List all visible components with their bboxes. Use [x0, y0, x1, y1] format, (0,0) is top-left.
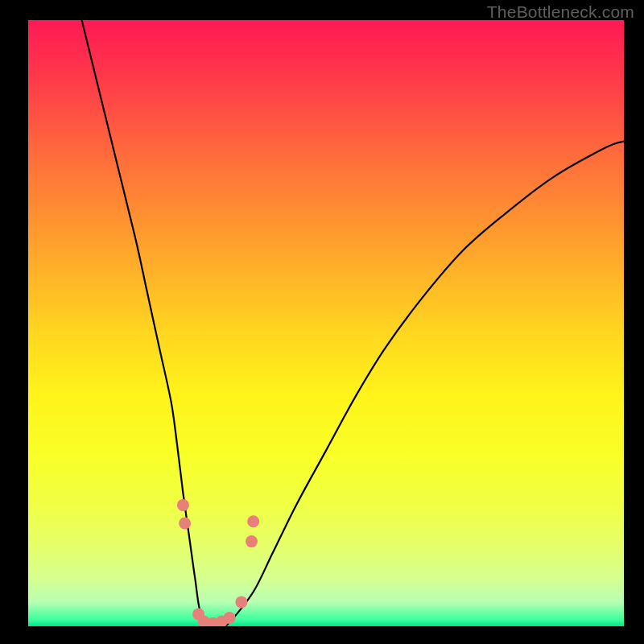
data-marker: [177, 499, 189, 511]
data-marker: [235, 596, 247, 608]
chart-frame: TheBottleneck.com: [0, 0, 644, 644]
watermark-text: TheBottleneck.com: [487, 2, 634, 22]
data-marker: [179, 518, 191, 530]
bottleneck-curve: [82, 20, 624, 626]
chart-plot-area: [28, 20, 624, 626]
data-marker: [224, 612, 236, 624]
data-marker: [247, 515, 259, 527]
marker-group: [177, 499, 259, 626]
chart-svg: [28, 20, 624, 626]
data-marker: [246, 535, 258, 547]
curve-line: [82, 20, 624, 626]
